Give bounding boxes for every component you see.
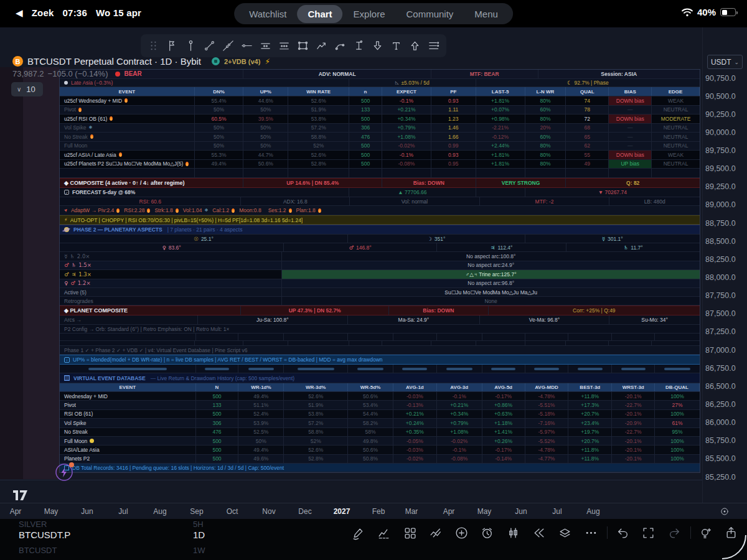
pin-icon[interactable]	[184, 39, 197, 52]
horizontal-line-icon[interactable]	[240, 39, 253, 52]
chart-gridline	[0, 480, 702, 480]
regression-channel-icon[interactable]	[278, 39, 291, 52]
draw-button[interactable]	[350, 525, 365, 540]
templates-button[interactable]	[402, 525, 417, 540]
nav-tab-community[interactable]: Community	[395, 5, 464, 23]
value-cell: +2.44%	[476, 142, 525, 151]
vdb-row: Wednesday + MID50049.4%52.6%50.6%-0.03%-…	[60, 392, 700, 401]
add-button[interactable]	[454, 525, 469, 540]
composite-updn: UP 14.6% | DN 85.4%	[243, 179, 382, 187]
idea-button[interactable]	[698, 525, 713, 540]
value-cell: +0.34%	[382, 114, 431, 123]
value-cell: 55	[566, 151, 609, 159]
nav-tab-chart[interactable]: Chart	[297, 5, 342, 23]
extended-line-icon[interactable]	[222, 39, 235, 52]
retrogrades-row: RetrogradesNone	[60, 297, 700, 306]
value-cell: 1.46	[431, 124, 476, 133]
alert-button[interactable]	[479, 525, 494, 540]
rectangle-icon[interactable]	[296, 39, 309, 52]
time-label: Jul	[552, 507, 561, 516]
vdb-event-name: Planets P2	[60, 455, 196, 463]
btc-icon: B	[12, 56, 23, 67]
value-cell: 0.99	[431, 142, 476, 151]
boost-icon[interactable]: ⚡	[265, 57, 270, 66]
tradingview-logo[interactable]	[12, 489, 29, 503]
value-cell: 53.8%	[288, 114, 349, 123]
value-cell: -20.1%	[612, 446, 655, 454]
column-header: AVG-5d	[482, 383, 525, 391]
value-cell: +0.26%	[482, 437, 525, 445]
redo-button[interactable]	[667, 525, 682, 540]
indicators-button[interactable]	[376, 525, 391, 540]
column-header: LAST-5	[476, 87, 525, 96]
nav-tab-menu[interactable]: Menu	[464, 5, 509, 23]
timeframe-1W[interactable]: 1W	[193, 546, 205, 555]
flag-icon[interactable]	[166, 39, 179, 52]
arc-value: Ve-Ma: 96.8°	[480, 315, 610, 324]
currency-button[interactable]: USDT⌄	[707, 55, 743, 69]
arcs-row: Arcs →Ju-Sa: 100.8°Ma-Sa: 24.9°Ve-Ma: 96…	[60, 315, 700, 325]
nav-tab-watchlist[interactable]: Watchlist	[238, 5, 297, 23]
arrow-down-icon[interactable]	[371, 39, 384, 52]
time-axis[interactable]: AprMayJunJulAugSepOctNovDec2027FebMarApr…	[0, 503, 747, 519]
value-cell: +19.7%	[568, 428, 612, 436]
chart-area[interactable]: B BTCUSDT Perpetual Contract · 1D · Bybi…	[0, 27, 747, 503]
value-cell: 80%	[525, 142, 566, 151]
value-cell: -22.7%	[612, 428, 655, 436]
drag-handle-icon[interactable]	[147, 39, 160, 52]
trend-line-icon[interactable]	[203, 39, 216, 52]
axis-settings-icon[interactable]	[720, 506, 730, 519]
top-nav: WatchlistChartExploreCommunityMenu	[234, 3, 513, 24]
curve-icon[interactable]	[334, 39, 347, 52]
back-label[interactable]: Zoek	[32, 7, 54, 18]
price-legend: 73,987.2 −105.0 (−0.14%) BEAR	[12, 69, 142, 78]
ios-status-bar: ◀Zoek07:36Wo 15 apr WatchlistChartExplor…	[0, 0, 747, 27]
symbol-BTCUSDT[interactable]: BTCUSDT	[19, 546, 57, 555]
zigzag-icon[interactable]	[315, 39, 328, 52]
vdb-event-name: Wednesday + MID	[60, 392, 196, 400]
composite-strength: VERY STRONG	[476, 179, 566, 187]
value-cell: +1.08%	[437, 428, 482, 436]
adv-status: ADV: NORMAL	[243, 70, 431, 78]
layers-button[interactable]	[557, 525, 572, 540]
bar-count-button[interactable]: ∨10	[11, 82, 43, 96]
text-icon[interactable]	[390, 39, 403, 52]
value-cell: +1.81%	[476, 151, 525, 159]
event-name: u25cf RSI OB (61)	[60, 114, 195, 123]
nav-tab-explore[interactable]: Explore	[343, 5, 396, 23]
value-cell: 49.4%	[238, 446, 284, 454]
arrow-up-icon[interactable]	[408, 39, 421, 52]
indicator-alert-badge[interactable]	[55, 463, 73, 482]
value-cell: 55.4%	[195, 96, 244, 105]
price-range-icon[interactable]	[352, 39, 365, 52]
more-button[interactable]	[583, 525, 598, 540]
parallel-channel-icon[interactable]	[259, 39, 272, 52]
value-cell: 50%	[195, 142, 244, 151]
value-cell: +0.35%	[393, 428, 437, 436]
replay-button[interactable]	[531, 525, 546, 540]
event-row: Pivot50%50%51.9%133+0.21%1.11+0.07%60%78…	[60, 106, 700, 115]
strategy-button[interactable]	[428, 525, 443, 540]
timeframe-5H[interactable]: 5H	[193, 520, 204, 529]
symbol-BTCUSDT.P[interactable]: BTCUSDT.P	[19, 530, 70, 540]
time-label: Mar	[405, 507, 418, 516]
symbol-title[interactable]: BTCUSDT Perpetual Contract · 1D · Bybit	[27, 56, 201, 67]
timeframe-1D[interactable]: 1D	[193, 530, 205, 540]
column-header: N	[196, 383, 239, 391]
price-change: −105.0 (−0.14%)	[48, 69, 108, 78]
value-cell: +20.7%	[568, 437, 612, 445]
value-cell: 51.1%	[238, 401, 284, 409]
value-cell: +0.21%	[393, 410, 437, 418]
compare-button[interactable]	[505, 525, 520, 540]
aspect-pair: ♀♂1.2×	[60, 279, 282, 288]
back-icon[interactable]: ◀	[16, 7, 23, 19]
multi-lines-icon[interactable]	[427, 39, 440, 52]
value-cell: 500	[349, 96, 382, 105]
symbol-SILVER[interactable]: SILVER	[19, 520, 47, 529]
undo-button[interactable]	[615, 525, 630, 540]
symbol-legend[interactable]: B BTCUSDT Perpetual Contract · 1D · Bybi…	[12, 56, 270, 67]
indicator-name[interactable]: 2+VDB (v4)	[224, 58, 260, 65]
spacer	[476, 169, 525, 177]
value-cell: 500	[196, 455, 239, 463]
fullscreen-button[interactable]	[641, 525, 655, 540]
